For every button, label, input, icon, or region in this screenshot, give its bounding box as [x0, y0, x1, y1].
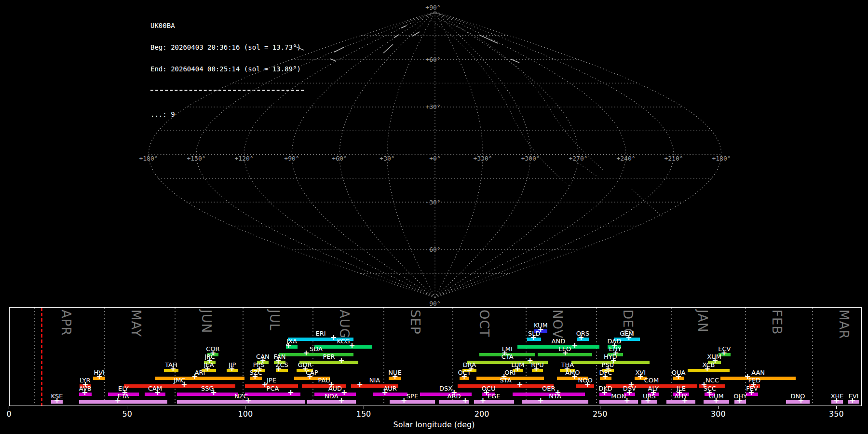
map-longitude-label: +210°	[664, 155, 683, 162]
shower-peak-PER: +	[338, 357, 345, 365]
x-tick	[600, 406, 600, 409]
month-label: OCT	[477, 310, 491, 338]
x-tick	[245, 406, 245, 409]
month-label: JAN	[695, 310, 710, 332]
shower-peak-SSG: +	[210, 389, 217, 396]
shower-peak-STA: +	[516, 380, 524, 388]
shower-peak-ETA: +	[114, 396, 122, 404]
shower-label-CTA: CTA	[490, 353, 524, 360]
x-tick-label: 50	[115, 409, 139, 419]
shower-peak-JMC: +	[180, 380, 188, 388]
map-latitude-label: -30°	[425, 199, 440, 206]
map-longitude-label: +90°	[284, 155, 299, 162]
shower-label-SSG: SSG	[190, 385, 224, 392]
shower-peak-NIA: +	[356, 380, 364, 388]
shower-peak-SDA: +	[302, 349, 310, 357]
shower-peak-QUA: +	[675, 373, 682, 380]
shower-peak-NDA: +	[338, 396, 345, 404]
map-longitude-label: +300°	[521, 155, 540, 162]
shower-label-NZC: NZC	[224, 393, 258, 400]
shower-peak-SLD: +	[529, 334, 537, 341]
x-tick-label: 200	[470, 409, 494, 419]
shower-label-JPE: JPE	[255, 377, 288, 384]
map-longitude-label: +0°	[429, 155, 440, 162]
shower-peak-KCG: +	[348, 341, 356, 349]
meteor-streak	[511, 59, 519, 63]
radiant-map-screen: UK00BA Beg: 20260403 20:36:16 (sol = 13.…	[0, 0, 868, 434]
activity-timeline-chart: Solar longitude (deg) APRMAYJUNJULAUGSEP…	[0, 307, 868, 434]
shower-bar-NTA	[522, 400, 588, 404]
shower-peak-AVB: +	[81, 389, 89, 396]
meteor-streak	[334, 47, 344, 52]
grid-meridian	[196, 12, 435, 297]
map-longitude-label: +330°	[473, 155, 492, 162]
x-tick-label: 350	[824, 409, 848, 419]
x-axis-title: Solar longitude (deg)	[0, 420, 868, 429]
month-label: JUN	[199, 310, 214, 333]
x-tick-label: 300	[706, 409, 730, 419]
shower-label-COM: COM	[635, 377, 668, 384]
map-latitude-label: +90°	[425, 4, 440, 11]
x-tick	[364, 406, 364, 409]
shower-peak-PCA: +	[287, 389, 295, 396]
fov-outline	[632, 189, 662, 216]
map-longitude-label: +180°	[712, 155, 731, 162]
shower-label-JMC: JMC	[163, 377, 196, 384]
shower-bar-ETA	[79, 400, 167, 404]
map-latitude-label: -60°	[425, 246, 440, 253]
month-label: AUG	[337, 310, 352, 339]
sky-map: +180°+150°+120°+90°+60°+30°+0°+330°+300°…	[0, 0, 868, 313]
map-longitude-label: +30°	[380, 155, 394, 162]
fov-outline	[431, 20, 569, 186]
month-boundary-line	[175, 308, 176, 406]
meteor-streak	[330, 59, 336, 61]
fov-outline	[439, 19, 603, 170]
month-boundary-line	[812, 308, 813, 406]
shower-peak-EGE: +	[479, 396, 487, 404]
month-label: MAY	[129, 310, 143, 337]
shower-peak-OHY: +	[736, 396, 744, 404]
shower-bar-NDA	[307, 400, 356, 404]
meteor-streak	[383, 44, 393, 53]
x-tick	[127, 406, 127, 409]
shower-peak-AUR: +	[381, 389, 389, 396]
shower-label-PAU: PAU	[307, 377, 341, 384]
shower-peak-ORS: +	[577, 334, 585, 341]
x-tick	[482, 406, 482, 409]
shower-peak-NUE: +	[391, 373, 399, 380]
shower-peak-GUM: +	[712, 396, 720, 404]
shower-peak-ZCS: +	[275, 365, 283, 373]
shower-label-ETA: ETA	[106, 393, 140, 400]
meteor-streak	[479, 35, 498, 43]
shower-peak-DNO: +	[797, 396, 805, 404]
shower-peak-CAM: +	[154, 389, 162, 396]
shower-peak-URS: +	[644, 396, 652, 404]
month-label: SEP	[408, 310, 422, 335]
x-tick-label: 100	[233, 409, 258, 419]
shower-peak-EVI: +	[849, 396, 856, 404]
month-boundary-line	[243, 308, 244, 406]
shower-bar-NZC	[177, 400, 305, 404]
month-label: JUL	[267, 310, 282, 331]
shower-peak-MON: +	[623, 396, 631, 404]
x-tick	[718, 406, 719, 409]
x-tick-label: 250	[588, 409, 612, 419]
shower-label-AND: AND	[542, 338, 575, 345]
x-tick-label: 0	[0, 409, 21, 419]
shower-label-ORI: ORI	[493, 369, 527, 376]
shower-peak-JIP: +	[228, 365, 236, 373]
shower-peak-TAH: +	[169, 365, 177, 373]
meteor-streak	[401, 26, 407, 28]
x-tick	[9, 406, 9, 409]
map-longitude-label: +240°	[616, 155, 635, 162]
shower-bar-SPE	[390, 400, 435, 404]
x-tick	[836, 406, 837, 409]
shower-peak-DPC: +	[601, 373, 609, 380]
shower-peak-XCB: +	[704, 365, 711, 373]
shower-peak-NTA: +	[537, 396, 544, 404]
shower-peak-SPE: +	[400, 396, 408, 404]
map-longitude-label: +150°	[187, 155, 205, 162]
fov-outline	[576, 162, 598, 177]
month-boundary-line	[104, 308, 105, 406]
shower-label-AUR: AUR	[373, 385, 407, 392]
